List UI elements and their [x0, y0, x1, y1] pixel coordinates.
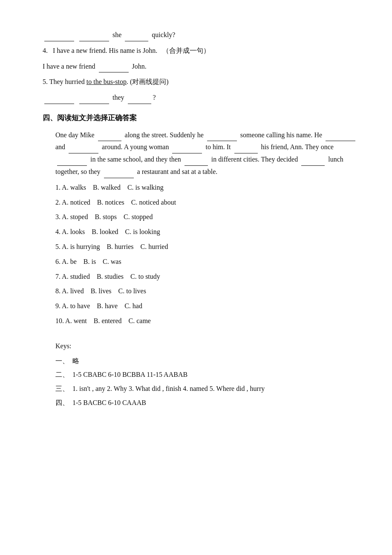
- key3-val: 1. isn't , any 2. Why 3. What did , fini…: [72, 383, 358, 395]
- q5-block: 5. They hurried to the bus-stop. (对画线提问): [43, 76, 358, 88]
- key2-num: 二、: [55, 369, 72, 381]
- mc-item-5: 5. A. is hurrying B. hurries C. hurried: [55, 241, 358, 253]
- key4-num: 四、: [55, 397, 72, 409]
- q3-line: she quickly?: [43, 29, 358, 41]
- q4-label: 4. I have a new friend. His name is John…: [43, 47, 161, 54]
- blank-q5a: [44, 104, 74, 104]
- q5-note: . (对画线提问): [127, 78, 169, 85]
- keys-label: Keys:: [43, 340, 358, 353]
- mc-num-3: 3. A. stoped B. stops C. stopped: [55, 213, 153, 220]
- mc-item-9: 9. A. to have B. have C. had: [55, 300, 358, 312]
- mc-num-10: 10. A. went B. entered C. came: [55, 317, 151, 324]
- q3-she: she: [112, 31, 121, 38]
- mc-item-7: 7. A. studied B. studies C. to study: [55, 271, 358, 283]
- q3-quickly: quickly?: [152, 31, 175, 38]
- mc-item-2: 2. A. noticed B. notices C. noticed abou…: [55, 197, 358, 209]
- blank-q5b: [79, 104, 109, 104]
- key-row-1: 一、 略: [43, 355, 358, 367]
- key2-val: 1-5 CBABC 6-10 BCBBA 11-15 AABAB: [72, 369, 358, 381]
- mc-num-5: 5. A. is hurrying B. hurries C. hurried: [55, 243, 168, 250]
- q5-underline: to the bus-stop: [86, 78, 127, 85]
- key1-val: 略: [72, 355, 358, 367]
- key-row-4: 四、 1-5 BACBC 6-10 CAAAB: [43, 397, 358, 409]
- mc-num-8: 8. A. lived B. lives C. to lives: [55, 287, 146, 295]
- blank-1: [44, 41, 74, 41]
- mc-num-1: 1. A. walks B. walked C. is walking: [55, 184, 164, 191]
- key4-val: 1-5 BACBC 6-10 CAAAB: [72, 397, 358, 409]
- q4-block: 4. I have a new friend. His name is John…: [43, 45, 358, 57]
- mc-item-6: 6. A. be B. is C. was: [55, 256, 358, 268]
- mc-num-6: 6. A. be B. is C. was: [55, 258, 121, 265]
- blank-2: [79, 41, 109, 41]
- blank-q5c: [128, 104, 151, 104]
- key-row-3: 三、 1. isn't , any 2. Why 3. What did , f…: [43, 383, 358, 395]
- mc-item-3: 3. A. stoped B. stops C. stopped: [55, 211, 358, 223]
- key1-num: 一、: [55, 355, 72, 367]
- mc-item-1: 1. A. walks B. walked C. is walking: [55, 182, 358, 194]
- blank-q4: [99, 72, 129, 72]
- mc-list: 1. A. walks B. walked C. is walking 2. A…: [43, 182, 358, 327]
- q4-note: （合并成一句）: [162, 47, 210, 54]
- mc-num-4: 4. A. looks B. looked C. is looking: [55, 228, 160, 235]
- mc-item-10: 10. A. went B. entered C. came: [55, 315, 358, 327]
- mc-item-8: 8. A. lived B. lives C. to lives: [55, 285, 358, 298]
- key3-num: 三、: [55, 383, 72, 395]
- mc-num-2: 2. A. noticed B. notices C. noticed abou…: [55, 199, 176, 206]
- section4-passage: One day Mike along the street. Suddenly …: [55, 129, 358, 178]
- keys-section: Keys: 一、 略 二、 1-5 CBABC 6-10 BCBBA 11-15…: [43, 340, 358, 409]
- q4-answer: I have a new friend John.: [43, 61, 358, 73]
- blank-3: [125, 41, 148, 41]
- mc-num-9: 9. A. to have B. have C. had: [55, 302, 142, 309]
- q5-answer: they ?: [43, 92, 358, 104]
- mc-item-4: 4. A. looks B. looked C. is looking: [55, 226, 358, 238]
- mc-num-7: 7. A. studied B. studies C. to study: [55, 273, 160, 280]
- key-row-2: 二、 1-5 CBABC 6-10 BCBBA 11-15 AABAB: [43, 369, 358, 381]
- q5-label: 5. They hurried: [43, 78, 86, 85]
- section4-title: 四、阅读短文并选择正确答案: [43, 112, 358, 125]
